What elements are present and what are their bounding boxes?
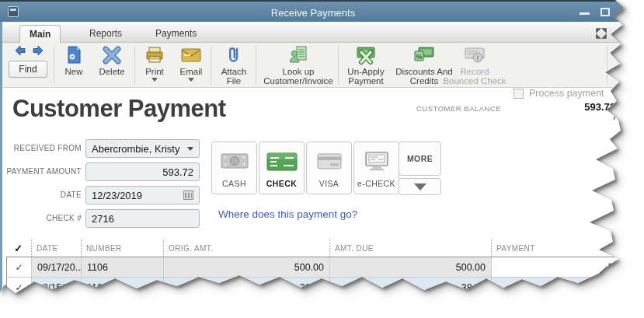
maximize-button[interactable] [600, 8, 610, 16]
toolbar-separator [54, 46, 54, 85]
cash-icon [212, 152, 256, 170]
email-dropdown-caret[interactable] [188, 78, 194, 82]
page-title: Customer Payment [12, 95, 226, 123]
attach-file-button[interactable]: Attach File [214, 45, 254, 86]
page: Receive Payments Main Reports Payments [0, 0, 644, 318]
unapply-payment-button[interactable]: Un-Apply Payment [341, 45, 391, 86]
delete-button[interactable]: Delete [92, 45, 131, 76]
date-label: DATE [3, 190, 82, 199]
bounced-check-icon: ! [465, 45, 485, 65]
toolbar-separator [134, 46, 135, 85]
tab-payments[interactable]: Payments [146, 25, 206, 43]
invoice-table: ✓ DATE NUMBER ORIG. AMT. AMT. DUE PAYMEN… [6, 239, 644, 297]
torn-screenshot-wrap: Receive Payments Main Reports Payments [0, 0, 644, 318]
customer-balance-value: 593.72 [538, 101, 615, 113]
discounts-credits-icon: % [414, 45, 434, 65]
torn-edge-text-fragment: Ad [613, 111, 625, 122]
toolbar: Find New [2, 43, 644, 88]
payment-method-check[interactable]: CHECK [259, 142, 305, 194]
row-checkmark[interactable]: ✓ [7, 257, 32, 277]
new-button[interactable]: New [57, 45, 91, 76]
process-payment-option: Process payment [513, 88, 604, 99]
payment-method-echeck[interactable]: e-CHECK [353, 142, 399, 194]
lookup-customer-icon [289, 45, 308, 65]
check-number-label: CHECK # [3, 214, 82, 222]
back-arrow-icon[interactable] [15, 45, 26, 56]
paperclip-icon [227, 45, 241, 65]
received-from-label: RECEIVED FROM [3, 144, 82, 152]
check-number-input[interactable]: 2716 [85, 209, 200, 228]
toolbar-separator [607, 46, 607, 85]
customer-balance-label: CUSTOMER BALANCE [416, 104, 501, 113]
tab-main[interactable]: Main [19, 25, 61, 43]
col-number[interactable]: NUMBER [81, 239, 163, 257]
find-group: Find [9, 45, 49, 78]
monitor-echeck-icon [354, 152, 399, 172]
minimize-button[interactable] [580, 12, 590, 15]
expand-ribbon-icon[interactable] [596, 28, 607, 39]
payment-method-more-button[interactable]: MORE [399, 142, 441, 176]
title-bar: Receive Payments [0, 0, 644, 22]
payment-amount-input[interactable]: 593.72 [85, 162, 200, 181]
toolbar-separator [256, 46, 256, 85]
table-row[interactable]: ✓ 12/15/20... 1101 38.77 38.77 38.77 [7, 277, 644, 297]
payment-method-cash[interactable]: CASH [211, 142, 257, 194]
printer-icon [145, 45, 164, 65]
where-does-payment-go-link[interactable]: Where does this payment go? [218, 208, 357, 220]
payment-method-visa[interactable]: VISA [306, 142, 352, 194]
received-from-dropdown[interactable]: Abercrombie, Kristy [85, 139, 200, 158]
new-document-icon [66, 45, 82, 65]
toolbar-separator [338, 46, 339, 85]
print-button[interactable]: Print [138, 45, 172, 82]
col-payment[interactable]: PAYMENT [491, 239, 644, 257]
payment-amount-label: PAYMENT AMOUNT [3, 167, 82, 176]
payment-method-more-dropdown[interactable] [399, 178, 441, 195]
more-caret-icon [414, 183, 426, 190]
envelope-icon [181, 45, 201, 65]
forward-arrow-icon[interactable] [32, 45, 44, 56]
delete-x-icon [103, 45, 121, 65]
col-date[interactable]: DATE [31, 239, 81, 257]
record-bounced-check-button[interactable]: ! Record Bounced Check [437, 45, 512, 86]
window-title: Receive Payments [0, 7, 626, 19]
check-icon [259, 152, 304, 172]
unapply-payment-icon [356, 45, 376, 65]
dropdown-caret-icon [187, 147, 193, 151]
table-row[interactable]: ✓ 09/17/20... 1106 500.00 500.00 500.00 [7, 257, 644, 277]
col-orig-amt[interactable]: ORIG. AMT. [163, 239, 329, 257]
receive-payments-window: Receive Payments Main Reports Payments [0, 0, 644, 318]
date-input[interactable]: 12/23/2019 [85, 186, 200, 204]
svg-text:%: % [416, 53, 422, 61]
find-button[interactable]: Find [9, 61, 47, 78]
credit-card-icon [307, 152, 351, 170]
table-header: ✓ DATE NUMBER ORIG. AMT. AMT. DUE PAYMEN… [6, 239, 644, 257]
print-dropdown-caret[interactable] [151, 78, 158, 82]
svg-text:!: ! [477, 54, 479, 62]
lookup-customer-invoice-button[interactable]: Look up Customer/Invoice [259, 45, 338, 86]
select-all-check-column[interactable]: ✓ [6, 239, 31, 257]
process-payment-label: Process payment [529, 88, 604, 99]
window-left-border [0, 22, 2, 318]
email-button[interactable]: Email [173, 45, 209, 82]
ribbon-tabs: Main Reports Payments [0, 22, 644, 43]
col-amt-due[interactable]: AMT. DUE [329, 239, 491, 257]
toolbar-separator [211, 46, 211, 85]
process-payment-checkbox[interactable] [513, 89, 524, 99]
row-checkmark[interactable]: ✓ [7, 278, 32, 297]
tab-reports[interactable]: Reports [80, 25, 131, 43]
calendar-icon[interactable] [183, 190, 193, 200]
